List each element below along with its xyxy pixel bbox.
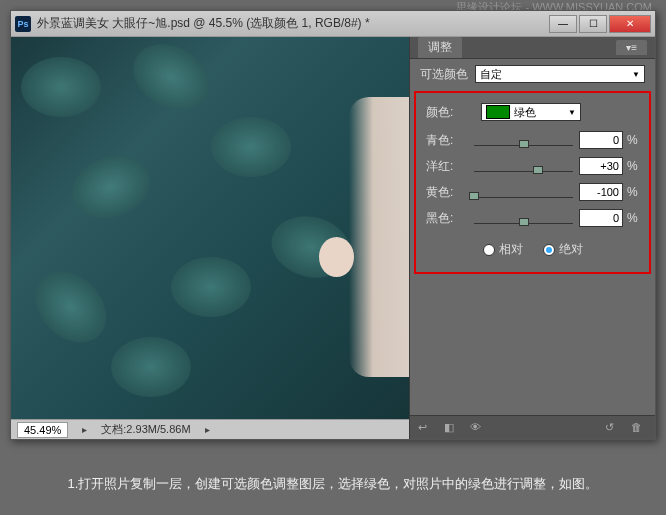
adjustments-panel: 调整 ▾≡ 可选颜色 自定 颜色: 绿色 青色: %	[409, 37, 655, 439]
yellow-input[interactable]	[579, 183, 623, 201]
close-button[interactable]: ✕	[609, 15, 651, 33]
yellow-label: 黄色:	[426, 184, 468, 201]
preset-label: 可选颜色	[420, 66, 475, 83]
cyan-label: 青色:	[426, 132, 468, 149]
pct-label: %	[627, 211, 639, 225]
black-input[interactable]	[579, 209, 623, 227]
zoom-arrows-icon[interactable]: ▸	[82, 424, 87, 435]
document-info: 文档:2.93M/5.86M	[101, 422, 190, 437]
pct-label: %	[627, 159, 639, 173]
delete-icon[interactable]: 🗑	[631, 421, 647, 435]
photo-subject	[349, 97, 409, 377]
cyan-input[interactable]	[579, 131, 623, 149]
magenta-input[interactable]	[579, 157, 623, 175]
black-label: 黑色:	[426, 210, 468, 227]
cyan-slider[interactable]	[474, 131, 573, 149]
color-label: 颜色:	[426, 104, 481, 121]
color-dropdown[interactable]: 绿色	[481, 103, 581, 121]
layer-icon[interactable]: ◧	[444, 421, 460, 435]
radio-icon	[483, 244, 495, 256]
panel-tab-bar: 调整 ▾≡	[410, 37, 655, 59]
radio-absolute[interactable]: 绝对	[543, 241, 583, 258]
black-slider[interactable]	[474, 209, 573, 227]
highlighted-settings: 颜色: 绿色 青色: % 洋红: %	[414, 91, 651, 274]
magenta-label: 洋红:	[426, 158, 468, 175]
magenta-slider[interactable]	[474, 157, 573, 175]
pct-label: %	[627, 185, 639, 199]
window-title: 外景蓝调美女 大眼仔~旭.psd @ 45.5% (选取颜色 1, RGB/8#…	[37, 15, 549, 32]
reset-icon[interactable]: ↺	[605, 421, 621, 435]
tutorial-caption: 1.打开照片复制一层，创建可选颜色调整图层，选择绿色，对照片中的绿色进行调整，如…	[0, 475, 666, 493]
panel-menu-icon[interactable]: ▾≡	[616, 40, 647, 55]
minimize-button[interactable]: —	[549, 15, 577, 33]
preset-dropdown[interactable]: 自定	[475, 65, 645, 83]
radio-relative[interactable]: 相对	[483, 241, 523, 258]
panel-bottom-bar: ↩ ◧ 👁 ↺ 🗑	[410, 415, 655, 439]
yellow-slider[interactable]	[474, 183, 573, 201]
color-swatch-icon	[486, 105, 510, 119]
status-bar: 45.49% ▸ 文档:2.93M/5.86M ▸	[11, 419, 409, 439]
visibility-icon[interactable]: 👁	[470, 421, 486, 435]
ps-icon: Ps	[15, 16, 31, 32]
photoshop-window: Ps 外景蓝调美女 大眼仔~旭.psd @ 45.5% (选取颜色 1, RGB…	[10, 10, 656, 440]
document-canvas[interactable]	[11, 37, 409, 419]
photo-hand	[319, 237, 354, 277]
radio-icon	[543, 244, 555, 256]
return-icon[interactable]: ↩	[418, 421, 434, 435]
maximize-button[interactable]: ☐	[579, 15, 607, 33]
zoom-field[interactable]: 45.49%	[17, 422, 68, 438]
tab-adjustments[interactable]: 调整	[418, 37, 462, 58]
pct-label: %	[627, 133, 639, 147]
canvas-area: 45.49% ▸ 文档:2.93M/5.86M ▸	[11, 37, 409, 439]
titlebar: Ps 外景蓝调美女 大眼仔~旭.psd @ 45.5% (选取颜色 1, RGB…	[11, 11, 655, 37]
info-arrow-icon[interactable]: ▸	[205, 424, 210, 435]
